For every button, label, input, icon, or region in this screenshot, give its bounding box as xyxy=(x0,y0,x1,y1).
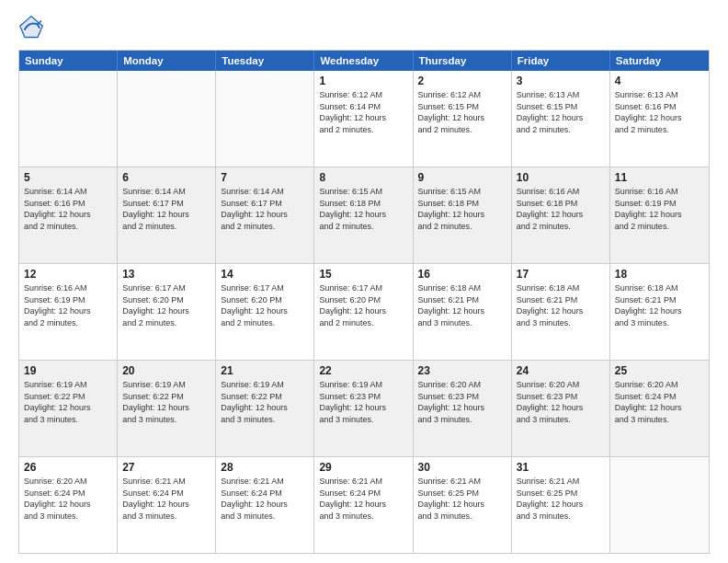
logo-icon xyxy=(18,15,44,40)
weekday-header-sunday: Sunday xyxy=(19,51,118,71)
calendar-cell: 9Sunrise: 6:15 AM Sunset: 6:18 PM Daylig… xyxy=(414,167,512,263)
day-info: Sunrise: 6:15 AM Sunset: 6:18 PM Dayligh… xyxy=(418,186,506,232)
day-info: Sunrise: 6:19 AM Sunset: 6:23 PM Dayligh… xyxy=(319,379,407,425)
day-info: Sunrise: 6:16 AM Sunset: 6:19 PM Dayligh… xyxy=(24,282,112,328)
calendar-cell: 10Sunrise: 6:16 AM Sunset: 6:18 PM Dayli… xyxy=(512,167,610,263)
calendar-cell: 16Sunrise: 6:18 AM Sunset: 6:21 PM Dayli… xyxy=(414,264,512,360)
calendar-cell: 12Sunrise: 6:16 AM Sunset: 6:19 PM Dayli… xyxy=(19,264,118,360)
day-number: 8 xyxy=(319,171,407,184)
day-info: Sunrise: 6:18 AM Sunset: 6:21 PM Dayligh… xyxy=(517,282,605,328)
calendar: SundayMondayTuesdayWednesdayThursdayFrid… xyxy=(18,50,710,554)
day-number: 11 xyxy=(615,171,704,184)
day-number: 5 xyxy=(24,171,112,184)
day-info: Sunrise: 6:17 AM Sunset: 6:20 PM Dayligh… xyxy=(221,282,309,328)
calendar-cell: 22Sunrise: 6:19 AM Sunset: 6:23 PM Dayli… xyxy=(314,361,413,456)
day-info: Sunrise: 6:20 AM Sunset: 6:23 PM Dayligh… xyxy=(517,379,605,425)
day-info: Sunrise: 6:21 AM Sunset: 6:24 PM Dayligh… xyxy=(319,476,407,522)
svg-marker-0 xyxy=(22,18,41,38)
weekday-header-friday: Friday xyxy=(512,51,610,71)
weekday-header-wednesday: Wednesday xyxy=(314,51,413,71)
calendar-cell xyxy=(118,71,216,167)
calendar-row-5: 26Sunrise: 6:20 AM Sunset: 6:24 PM Dayli… xyxy=(19,456,709,553)
calendar-cell: 14Sunrise: 6:17 AM Sunset: 6:20 PM Dayli… xyxy=(216,264,314,360)
day-number: 13 xyxy=(122,268,210,281)
day-info: Sunrise: 6:16 AM Sunset: 6:18 PM Dayligh… xyxy=(517,186,605,232)
calendar-cell: 8Sunrise: 6:15 AM Sunset: 6:18 PM Daylig… xyxy=(314,167,413,263)
weekday-header-saturday: Saturday xyxy=(610,51,709,71)
calendar-cell: 11Sunrise: 6:16 AM Sunset: 6:19 PM Dayli… xyxy=(610,167,709,263)
logo xyxy=(18,15,48,40)
calendar-cell: 30Sunrise: 6:21 AM Sunset: 6:25 PM Dayli… xyxy=(414,457,512,553)
day-number: 30 xyxy=(418,461,506,474)
calendar-cell: 5Sunrise: 6:14 AM Sunset: 6:16 PM Daylig… xyxy=(19,167,118,263)
calendar-cell: 24Sunrise: 6:20 AM Sunset: 6:23 PM Dayli… xyxy=(512,361,610,456)
day-info: Sunrise: 6:13 AM Sunset: 6:16 PM Dayligh… xyxy=(615,89,704,135)
page: SundayMondayTuesdayWednesdayThursdayFrid… xyxy=(0,0,728,563)
calendar-cell xyxy=(216,71,314,167)
day-info: Sunrise: 6:15 AM Sunset: 6:18 PM Dayligh… xyxy=(319,186,407,232)
day-number: 24 xyxy=(517,364,605,377)
calendar-header: SundayMondayTuesdayWednesdayThursdayFrid… xyxy=(19,51,709,71)
calendar-cell xyxy=(610,457,709,553)
calendar-cell: 17Sunrise: 6:18 AM Sunset: 6:21 PM Dayli… xyxy=(512,264,610,360)
day-number: 23 xyxy=(418,364,506,377)
day-info: Sunrise: 6:19 AM Sunset: 6:22 PM Dayligh… xyxy=(122,379,210,425)
day-info: Sunrise: 6:21 AM Sunset: 6:25 PM Dayligh… xyxy=(517,476,605,522)
calendar-cell: 13Sunrise: 6:17 AM Sunset: 6:20 PM Dayli… xyxy=(118,264,216,360)
calendar-cell: 21Sunrise: 6:19 AM Sunset: 6:22 PM Dayli… xyxy=(216,361,314,456)
calendar-cell: 1Sunrise: 6:12 AM Sunset: 6:14 PM Daylig… xyxy=(314,71,413,167)
day-number: 2 xyxy=(418,75,506,87)
calendar-cell: 23Sunrise: 6:20 AM Sunset: 6:23 PM Dayli… xyxy=(414,361,512,456)
calendar-cell: 15Sunrise: 6:17 AM Sunset: 6:20 PM Dayli… xyxy=(314,264,413,360)
day-info: Sunrise: 6:19 AM Sunset: 6:22 PM Dayligh… xyxy=(24,379,112,425)
day-number: 22 xyxy=(319,364,407,377)
day-info: Sunrise: 6:21 AM Sunset: 6:24 PM Dayligh… xyxy=(122,476,210,522)
calendar-cell: 6Sunrise: 6:14 AM Sunset: 6:17 PM Daylig… xyxy=(118,167,216,263)
calendar-cell: 31Sunrise: 6:21 AM Sunset: 6:25 PM Dayli… xyxy=(512,457,610,553)
day-info: Sunrise: 6:12 AM Sunset: 6:14 PM Dayligh… xyxy=(319,89,407,135)
day-number: 4 xyxy=(615,75,704,87)
day-info: Sunrise: 6:20 AM Sunset: 6:24 PM Dayligh… xyxy=(24,476,112,522)
day-number: 27 xyxy=(122,461,210,474)
day-info: Sunrise: 6:18 AM Sunset: 6:21 PM Dayligh… xyxy=(418,282,506,328)
day-info: Sunrise: 6:20 AM Sunset: 6:24 PM Dayligh… xyxy=(615,379,704,425)
day-number: 1 xyxy=(319,75,407,87)
calendar-row-3: 12Sunrise: 6:16 AM Sunset: 6:19 PM Dayli… xyxy=(19,263,709,360)
calendar-row-1: 1Sunrise: 6:12 AM Sunset: 6:14 PM Daylig… xyxy=(19,71,709,167)
day-info: Sunrise: 6:13 AM Sunset: 6:15 PM Dayligh… xyxy=(517,89,605,135)
calendar-cell: 4Sunrise: 6:13 AM Sunset: 6:16 PM Daylig… xyxy=(610,71,709,167)
calendar-cell: 20Sunrise: 6:19 AM Sunset: 6:22 PM Dayli… xyxy=(118,361,216,456)
calendar-cell: 27Sunrise: 6:21 AM Sunset: 6:24 PM Dayli… xyxy=(118,457,216,553)
weekday-header-tuesday: Tuesday xyxy=(216,51,314,71)
day-number: 18 xyxy=(615,268,704,281)
calendar-cell: 2Sunrise: 6:12 AM Sunset: 6:15 PM Daylig… xyxy=(414,71,512,167)
day-number: 15 xyxy=(319,268,407,281)
day-number: 21 xyxy=(221,364,309,377)
day-info: Sunrise: 6:19 AM Sunset: 6:22 PM Dayligh… xyxy=(221,379,309,425)
calendar-cell: 28Sunrise: 6:21 AM Sunset: 6:24 PM Dayli… xyxy=(216,457,314,553)
calendar-row-2: 5Sunrise: 6:14 AM Sunset: 6:16 PM Daylig… xyxy=(19,167,709,263)
day-info: Sunrise: 6:14 AM Sunset: 6:16 PM Dayligh… xyxy=(24,186,112,232)
calendar-cell: 29Sunrise: 6:21 AM Sunset: 6:24 PM Dayli… xyxy=(314,457,413,553)
day-info: Sunrise: 6:12 AM Sunset: 6:15 PM Dayligh… xyxy=(418,89,506,135)
day-number: 25 xyxy=(615,364,704,377)
day-number: 14 xyxy=(221,268,309,281)
weekday-header-thursday: Thursday xyxy=(414,51,512,71)
day-info: Sunrise: 6:20 AM Sunset: 6:23 PM Dayligh… xyxy=(418,379,506,425)
day-number: 10 xyxy=(517,171,605,184)
day-info: Sunrise: 6:14 AM Sunset: 6:17 PM Dayligh… xyxy=(122,186,210,232)
day-info: Sunrise: 6:16 AM Sunset: 6:19 PM Dayligh… xyxy=(615,186,704,232)
day-info: Sunrise: 6:18 AM Sunset: 6:21 PM Dayligh… xyxy=(615,282,704,328)
calendar-cell: 18Sunrise: 6:18 AM Sunset: 6:21 PM Dayli… xyxy=(610,264,709,360)
day-number: 16 xyxy=(418,268,506,281)
day-number: 20 xyxy=(122,364,210,377)
calendar-cell: 3Sunrise: 6:13 AM Sunset: 6:15 PM Daylig… xyxy=(512,71,610,167)
calendar-cell: 26Sunrise: 6:20 AM Sunset: 6:24 PM Dayli… xyxy=(19,457,118,553)
day-info: Sunrise: 6:17 AM Sunset: 6:20 PM Dayligh… xyxy=(319,282,407,328)
day-info: Sunrise: 6:14 AM Sunset: 6:17 PM Dayligh… xyxy=(221,186,309,232)
day-info: Sunrise: 6:21 AM Sunset: 6:25 PM Dayligh… xyxy=(418,476,506,522)
header xyxy=(18,15,710,40)
day-number: 3 xyxy=(517,75,605,87)
day-number: 31 xyxy=(517,461,605,474)
calendar-body: 1Sunrise: 6:12 AM Sunset: 6:14 PM Daylig… xyxy=(19,71,709,553)
